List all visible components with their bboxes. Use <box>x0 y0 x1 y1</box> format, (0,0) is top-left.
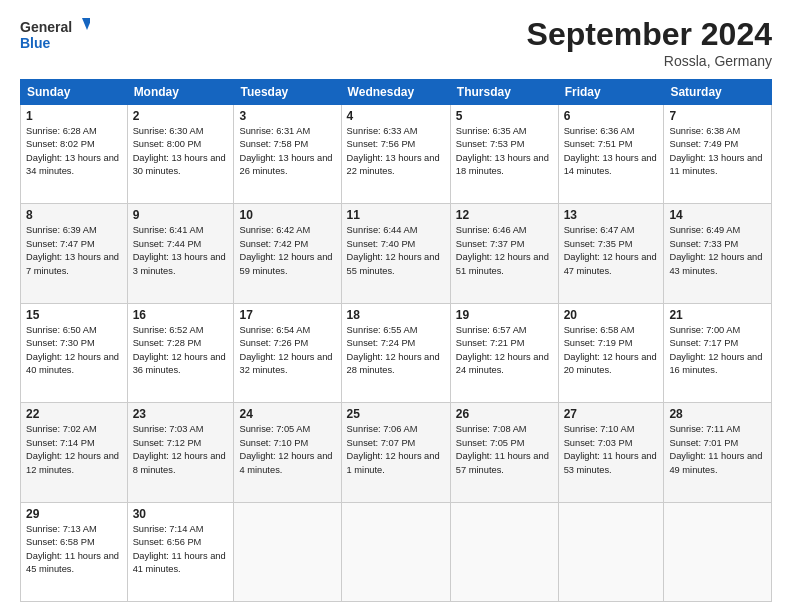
day-15: 15 Sunrise: 6:50 AM Sunset: 7:30 PM Dayl… <box>21 303 128 402</box>
day-13: 13 Sunrise: 6:47 AM Sunset: 7:35 PM Dayl… <box>558 204 664 303</box>
day-info: Sunrise: 7:08 AM Sunset: 7:05 PM Dayligh… <box>456 423 553 477</box>
day-info: Sunrise: 6:31 AM Sunset: 7:58 PM Dayligh… <box>239 125 335 179</box>
day-4: 4 Sunrise: 6:33 AM Sunset: 7:56 PM Dayli… <box>341 105 450 204</box>
day-number: 25 <box>347 407 445 421</box>
calendar-week-1: 1 Sunrise: 6:28 AM Sunset: 8:02 PM Dayli… <box>21 105 772 204</box>
col-wednesday: Wednesday <box>341 80 450 105</box>
day-1: 1 Sunrise: 6:28 AM Sunset: 8:02 PM Dayli… <box>21 105 128 204</box>
day-number: 16 <box>133 308 229 322</box>
page: General Blue September 2024 Rossla, Germ… <box>0 0 792 612</box>
day-info: Sunrise: 6:42 AM Sunset: 7:42 PM Dayligh… <box>239 224 335 278</box>
svg-text:General: General <box>20 19 72 35</box>
svg-marker-2 <box>82 18 90 30</box>
day-info: Sunrise: 6:46 AM Sunset: 7:37 PM Dayligh… <box>456 224 553 278</box>
day-number: 6 <box>564 109 659 123</box>
day-22: 22 Sunrise: 7:02 AM Sunset: 7:14 PM Dayl… <box>21 403 128 502</box>
day-number: 22 <box>26 407 122 421</box>
title-block: September 2024 Rossla, Germany <box>527 16 772 69</box>
day-info: Sunrise: 7:14 AM Sunset: 6:56 PM Dayligh… <box>133 523 229 577</box>
day-5: 5 Sunrise: 6:35 AM Sunset: 7:53 PM Dayli… <box>450 105 558 204</box>
day-number: 2 <box>133 109 229 123</box>
calendar-week-3: 15 Sunrise: 6:50 AM Sunset: 7:30 PM Dayl… <box>21 303 772 402</box>
day-info: Sunrise: 6:50 AM Sunset: 7:30 PM Dayligh… <box>26 324 122 378</box>
day-number: 9 <box>133 208 229 222</box>
day-14: 14 Sunrise: 6:49 AM Sunset: 7:33 PM Dayl… <box>664 204 772 303</box>
day-number: 8 <box>26 208 122 222</box>
day-number: 30 <box>133 507 229 521</box>
empty-cell <box>558 502 664 601</box>
day-number: 15 <box>26 308 122 322</box>
day-3: 3 Sunrise: 6:31 AM Sunset: 7:58 PM Dayli… <box>234 105 341 204</box>
day-info: Sunrise: 6:57 AM Sunset: 7:21 PM Dayligh… <box>456 324 553 378</box>
day-info: Sunrise: 6:47 AM Sunset: 7:35 PM Dayligh… <box>564 224 659 278</box>
month-title: September 2024 <box>527 16 772 53</box>
day-21: 21 Sunrise: 7:00 AM Sunset: 7:17 PM Dayl… <box>664 303 772 402</box>
day-number: 17 <box>239 308 335 322</box>
day-30: 30 Sunrise: 7:14 AM Sunset: 6:56 PM Dayl… <box>127 502 234 601</box>
day-info: Sunrise: 7:02 AM Sunset: 7:14 PM Dayligh… <box>26 423 122 477</box>
day-number: 5 <box>456 109 553 123</box>
col-sunday: Sunday <box>21 80 128 105</box>
day-info: Sunrise: 6:55 AM Sunset: 7:24 PM Dayligh… <box>347 324 445 378</box>
day-info: Sunrise: 6:54 AM Sunset: 7:26 PM Dayligh… <box>239 324 335 378</box>
day-number: 18 <box>347 308 445 322</box>
day-info: Sunrise: 6:44 AM Sunset: 7:40 PM Dayligh… <box>347 224 445 278</box>
day-info: Sunrise: 6:36 AM Sunset: 7:51 PM Dayligh… <box>564 125 659 179</box>
day-info: Sunrise: 6:41 AM Sunset: 7:44 PM Dayligh… <box>133 224 229 278</box>
day-number: 24 <box>239 407 335 421</box>
day-6: 6 Sunrise: 6:36 AM Sunset: 7:51 PM Dayli… <box>558 105 664 204</box>
col-monday: Monday <box>127 80 234 105</box>
col-friday: Friday <box>558 80 664 105</box>
day-info: Sunrise: 7:13 AM Sunset: 6:58 PM Dayligh… <box>26 523 122 577</box>
day-number: 27 <box>564 407 659 421</box>
day-number: 19 <box>456 308 553 322</box>
col-thursday: Thursday <box>450 80 558 105</box>
day-25: 25 Sunrise: 7:06 AM Sunset: 7:07 PM Dayl… <box>341 403 450 502</box>
day-number: 29 <box>26 507 122 521</box>
day-number: 10 <box>239 208 335 222</box>
calendar: Sunday Monday Tuesday Wednesday Thursday… <box>20 79 772 602</box>
day-info: Sunrise: 7:03 AM Sunset: 7:12 PM Dayligh… <box>133 423 229 477</box>
day-info: Sunrise: 6:52 AM Sunset: 7:28 PM Dayligh… <box>133 324 229 378</box>
day-info: Sunrise: 6:49 AM Sunset: 7:33 PM Dayligh… <box>669 224 766 278</box>
day-number: 7 <box>669 109 766 123</box>
day-16: 16 Sunrise: 6:52 AM Sunset: 7:28 PM Dayl… <box>127 303 234 402</box>
day-number: 21 <box>669 308 766 322</box>
day-29: 29 Sunrise: 7:13 AM Sunset: 6:58 PM Dayl… <box>21 502 128 601</box>
day-11: 11 Sunrise: 6:44 AM Sunset: 7:40 PM Dayl… <box>341 204 450 303</box>
location: Rossla, Germany <box>527 53 772 69</box>
day-23: 23 Sunrise: 7:03 AM Sunset: 7:12 PM Dayl… <box>127 403 234 502</box>
day-8: 8 Sunrise: 6:39 AM Sunset: 7:47 PM Dayli… <box>21 204 128 303</box>
calendar-week-2: 8 Sunrise: 6:39 AM Sunset: 7:47 PM Dayli… <box>21 204 772 303</box>
day-info: Sunrise: 7:11 AM Sunset: 7:01 PM Dayligh… <box>669 423 766 477</box>
day-number: 14 <box>669 208 766 222</box>
col-tuesday: Tuesday <box>234 80 341 105</box>
day-27: 27 Sunrise: 7:10 AM Sunset: 7:03 PM Dayl… <box>558 403 664 502</box>
day-number: 3 <box>239 109 335 123</box>
logo-svg: General Blue <box>20 16 90 56</box>
day-info: Sunrise: 7:05 AM Sunset: 7:10 PM Dayligh… <box>239 423 335 477</box>
day-number: 13 <box>564 208 659 222</box>
day-number: 26 <box>456 407 553 421</box>
day-info: Sunrise: 6:28 AM Sunset: 8:02 PM Dayligh… <box>26 125 122 179</box>
day-18: 18 Sunrise: 6:55 AM Sunset: 7:24 PM Dayl… <box>341 303 450 402</box>
day-19: 19 Sunrise: 6:57 AM Sunset: 7:21 PM Dayl… <box>450 303 558 402</box>
day-10: 10 Sunrise: 6:42 AM Sunset: 7:42 PM Dayl… <box>234 204 341 303</box>
day-info: Sunrise: 7:10 AM Sunset: 7:03 PM Dayligh… <box>564 423 659 477</box>
day-number: 1 <box>26 109 122 123</box>
empty-cell <box>341 502 450 601</box>
day-info: Sunrise: 6:58 AM Sunset: 7:19 PM Dayligh… <box>564 324 659 378</box>
empty-cell <box>234 502 341 601</box>
empty-cell <box>664 502 772 601</box>
calendar-week-5: 29 Sunrise: 7:13 AM Sunset: 6:58 PM Dayl… <box>21 502 772 601</box>
day-number: 28 <box>669 407 766 421</box>
day-number: 23 <box>133 407 229 421</box>
day-info: Sunrise: 6:33 AM Sunset: 7:56 PM Dayligh… <box>347 125 445 179</box>
empty-cell <box>450 502 558 601</box>
col-saturday: Saturday <box>664 80 772 105</box>
day-12: 12 Sunrise: 6:46 AM Sunset: 7:37 PM Dayl… <box>450 204 558 303</box>
day-info: Sunrise: 6:38 AM Sunset: 7:49 PM Dayligh… <box>669 125 766 179</box>
calendar-week-4: 22 Sunrise: 7:02 AM Sunset: 7:14 PM Dayl… <box>21 403 772 502</box>
day-number: 12 <box>456 208 553 222</box>
day-17: 17 Sunrise: 6:54 AM Sunset: 7:26 PM Dayl… <box>234 303 341 402</box>
